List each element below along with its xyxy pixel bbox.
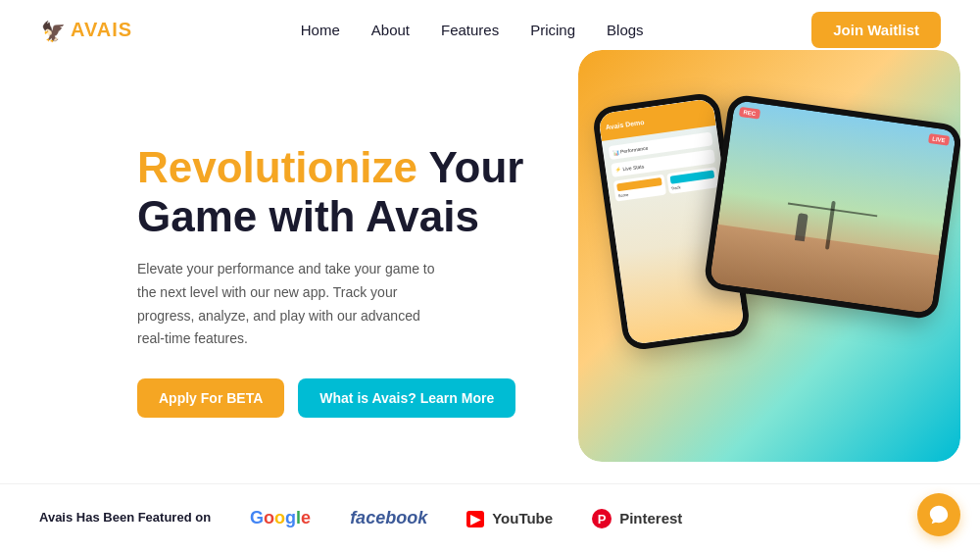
chat-icon (928, 504, 950, 526)
nav-item-about[interactable]: About (371, 22, 410, 39)
phone-mockup-2: REC LIVE (703, 93, 960, 320)
hero-title: Revolutionize Your Game with Avais (137, 143, 549, 242)
chat-bubble-button[interactable] (917, 493, 960, 536)
nav-link-about[interactable]: About (371, 22, 410, 38)
svg-text:🦅: 🦅 (41, 20, 66, 43)
nav-item-blogs[interactable]: Blogs (607, 22, 644, 39)
hero-image: Avais Demo 📊 Performance ⚡ Live Stats Sc… (578, 50, 960, 462)
hero-content: Revolutionize Your Game with Avais Eleva… (137, 143, 549, 418)
hero-subtitle: Elevate your performance and take your g… (137, 258, 441, 351)
facebook-logo: facebook (350, 508, 427, 528)
hero-section: Revolutionize Your Game with Avais Eleva… (0, 60, 980, 481)
bottom-strip: Avais Has Been Featured on Google facebo… (0, 483, 980, 552)
nav-item-features[interactable]: Features (441, 22, 499, 39)
join-waitlist-button[interactable]: Join Waitlist (811, 12, 941, 48)
phone1-card-2: Track (666, 167, 719, 194)
nav-link-pricing[interactable]: Pricing (530, 22, 575, 38)
nav-link-home[interactable]: Home (301, 22, 340, 38)
phone2-rec-badge: REC (739, 107, 760, 120)
apply-beta-button[interactable]: Apply For BETA (137, 378, 284, 418)
nav-link-features[interactable]: Features (441, 22, 499, 38)
hero-title-highlight: Revolutionize (137, 143, 417, 191)
nav-item-pricing[interactable]: Pricing (530, 22, 575, 39)
logo-icon: 🦅 (39, 17, 67, 44)
hero-buttons: Apply For BETA What is Avais? Learn More (137, 378, 549, 418)
phone1-card-1: Score (613, 175, 666, 202)
youtube-logo: ▶ YouTube (466, 508, 553, 528)
pinterest-logo: P Pinterest (592, 508, 682, 529)
featured-text: Avais Has Been Featured on (39, 509, 211, 527)
google-logo: Google (250, 508, 311, 528)
logo-text: AVAIS (71, 19, 132, 41)
nav-item-home[interactable]: Home (301, 22, 340, 39)
nav-links: Home About Features Pricing Blogs (301, 22, 644, 39)
navbar: 🦅 AVAIS Home About Features Pricing Blog… (0, 0, 980, 60)
nav-link-blogs[interactable]: Blogs (607, 22, 644, 38)
brand-logos: Google facebook ▶ YouTube P Pinterest (250, 508, 682, 529)
learn-more-button[interactable]: What is Avais? Learn More (298, 378, 515, 418)
phone-container: Avais Demo 📊 Performance ⚡ Live Stats Sc… (578, 50, 960, 462)
logo[interactable]: 🦅 AVAIS (39, 17, 132, 44)
phone2-live-badge: LIVE (928, 133, 951, 146)
